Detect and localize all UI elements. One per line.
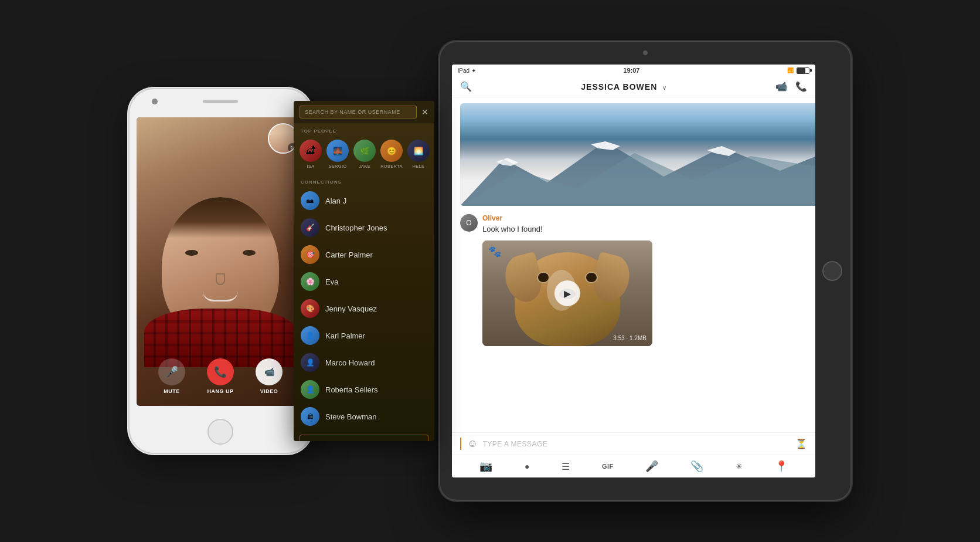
mute-button[interactable]: 🎤 MUTE	[158, 358, 185, 394]
iphone-camera-icon	[152, 99, 158, 104]
top-avatar-sergio: 🌉	[326, 140, 349, 162]
search-input[interactable]: SEARCH BY NAME OR USERNAME	[300, 106, 417, 118]
phone-call-icon[interactable]: 📞	[795, 81, 807, 92]
top-people-label: TOP PEOPLE	[294, 124, 434, 136]
contact-jenny[interactable]: 🎨 Jenny Vasquez	[294, 295, 434, 322]
chat-contact-name: JESSICA BOWEN	[581, 82, 657, 92]
hangup-button[interactable]: 📞 HANG UP	[207, 358, 234, 394]
mute-icon[interactable]: 🎤	[158, 358, 185, 385]
invite-button[interactable]: INVITE MORE PEOPLE	[300, 435, 428, 441]
top-person-isa[interactable]: 🏕 ISA	[300, 140, 322, 169]
camera-tool-icon[interactable]: 📷	[479, 460, 492, 473]
top-person-jake[interactable]: 🌿 JAKE	[353, 140, 376, 169]
top-avatar-roberta: 😊	[380, 140, 403, 162]
microphone-tool-icon[interactable]: 🎤	[645, 460, 658, 473]
attachment-tool-icon[interactable]: 📎	[690, 460, 703, 473]
mountain-image	[460, 103, 815, 206]
search-area: SEARCH BY NAME OR USERNAME ✕	[294, 101, 434, 124]
ipad-camera-icon	[643, 50, 648, 55]
top-name-sergio: SERGIO	[329, 164, 347, 169]
avatar-christopher: 🎸	[301, 218, 319, 237]
top-avatar-jake: 🌿	[353, 140, 376, 162]
close-icon[interactable]: ✕	[421, 107, 428, 117]
contact-roberta[interactable]: 👤 Roberta Sellers	[294, 376, 434, 403]
contact-christopher[interactable]: 🎸 Christopher Jones	[294, 214, 434, 241]
iphone-speaker	[203, 100, 238, 103]
video-button[interactable]: 📹 VIDEO	[256, 358, 283, 394]
oliver-avatar: O	[460, 214, 478, 232]
avatar-steve: 🏛	[301, 407, 319, 426]
contact-name-eva: Eva	[325, 277, 338, 286]
top-name-roberta: ROBERTA	[380, 164, 403, 169]
avatar-jenny: 🎨	[301, 299, 319, 318]
contact-marco[interactable]: 👤 Marco Howard	[294, 349, 434, 376]
timer-icon[interactable]: ⏳	[795, 438, 807, 449]
scene: ↻ 🎤 MUTE 📞 HANG UP 📹 VIDEO	[0, 0, 980, 542]
dot-tool-icon[interactable]: ●	[525, 462, 529, 471]
top-people-list: 🏕 ISA 🌉 SERGIO 🌿 JAKE 😊 ROBERTA 🌅 HELE	[294, 136, 434, 175]
avatar-roberta: 👤	[301, 380, 319, 399]
chat-header: 🔍 JESSICA BOWEN ∨ 📹 📞	[452, 76, 815, 97]
ipad-status-bar: iPad ✦ 19:07 📶	[452, 65, 815, 76]
play-button[interactable]: ▶	[554, 280, 580, 306]
avatar-carter: 🎯	[301, 245, 319, 264]
connections-list: 🏘 Alan J 🎸 Christopher Jones 🎯 Carter Pa…	[294, 187, 434, 430]
avatar-karl: 👤	[301, 326, 319, 345]
call-controls: 🎤 MUTE 📞 HANG UP 📹 VIDEO	[137, 358, 304, 394]
chevron-down-icon[interactable]: ∨	[662, 84, 666, 91]
ipad-status-left: iPad ✦	[458, 67, 476, 74]
video-call-icon[interactable]: 📹	[775, 81, 787, 92]
video-label: VIDEO	[260, 388, 278, 394]
call-background: ↻ 🎤 MUTE 📞 HANG UP 📹 VIDEO	[137, 117, 304, 406]
contact-carter[interactable]: 🎯 Carter Palmer	[294, 241, 434, 268]
chat-header-left: 🔍	[460, 81, 472, 92]
top-person-sergio[interactable]: 🌉 SERGIO	[326, 140, 349, 169]
contact-steve[interactable]: 🏛 Steve Bowman	[294, 403, 434, 430]
video-thumbnail[interactable]: 🐾 ▶ 3:53 · 1.2MB	[482, 240, 652, 346]
top-name-jake: JAKE	[359, 164, 370, 169]
ipad-home-button[interactable]	[822, 261, 842, 281]
contact-name-jenny: Jenny Vasquez	[325, 304, 377, 313]
video-icon[interactable]: 📹	[256, 358, 283, 385]
message-oliver: O Oliver Look who I found!	[452, 212, 815, 237]
contact-karl[interactable]: 👤 Karl Palmer	[294, 322, 434, 349]
sparkle-tool-icon[interactable]: ✳	[736, 462, 743, 471]
top-person-hele[interactable]: 🌅 HELE	[407, 140, 430, 169]
avatar-eva: 🌸	[301, 272, 319, 291]
emoji-button[interactable]: ☺	[467, 438, 478, 450]
hangup-label: HANG UP	[207, 388, 233, 394]
gif-tool-button[interactable]: GIF	[602, 463, 614, 470]
iphone-home-button[interactable]	[207, 419, 233, 445]
chat-input-area: ☺ TYPE A MESSAGE ⏳	[452, 432, 815, 455]
contact-name-carter: Carter Palmer	[325, 250, 373, 259]
top-person-roberta[interactable]: 😊 ROBERTA	[380, 140, 403, 169]
oliver-message-text: Look who I found!	[482, 224, 807, 235]
ipad-time: 19:07	[623, 67, 639, 74]
avatar-marco: 👤	[301, 353, 319, 372]
ipad-screen: iPad ✦ 19:07 📶 🔍 JESSICA BOWEN ∨ 📹	[452, 65, 815, 477]
battery-icon	[797, 67, 809, 74]
top-avatar-hele: 🌅	[407, 140, 430, 162]
chat-messages: O Oliver Look who I found!	[452, 97, 815, 432]
contact-eva[interactable]: 🌸 Eva	[294, 268, 434, 295]
chat-header-right: 📹 📞	[775, 81, 807, 92]
connections-label: CONNECTIONS	[294, 175, 434, 187]
avatar-alan: 🏘	[301, 191, 319, 210]
hangup-icon[interactable]: 📞	[207, 358, 234, 385]
contact-alan[interactable]: 🏘 Alan J	[294, 187, 434, 214]
top-avatar-isa: 🏕	[300, 140, 322, 162]
layers-tool-icon[interactable]: ☰	[562, 461, 570, 472]
ipad: iPad ✦ 19:07 📶 🔍 JESSICA BOWEN ∨ 📹	[440, 42, 850, 500]
location-tool-icon[interactable]: 📍	[775, 460, 788, 473]
contact-name-steve: Steve Bowman	[325, 412, 376, 421]
top-name-isa: ISA	[307, 164, 315, 169]
ipad-status-right: 📶	[787, 67, 809, 74]
message-input[interactable]: TYPE A MESSAGE	[482, 440, 795, 448]
oliver-sender: Oliver	[482, 214, 807, 222]
search-icon[interactable]: 🔍	[460, 81, 472, 92]
wifi-icon: 📶	[787, 67, 794, 73]
top-name-hele: HELE	[413, 164, 425, 169]
iphone: ↻ 🎤 MUTE 📞 HANG UP 📹 VIDEO	[130, 89, 311, 453]
contact-name-roberta: Roberta Sellers	[325, 385, 378, 394]
mute-label: MUTE	[164, 388, 180, 394]
